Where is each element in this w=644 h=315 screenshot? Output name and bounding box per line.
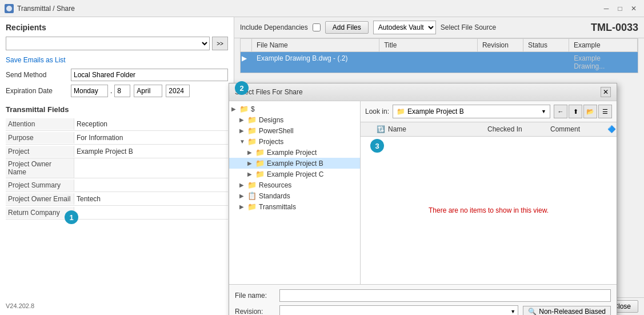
- tree-toggle-icon: ▶: [247, 171, 255, 177]
- folder-icon: 📁: [247, 181, 257, 189]
- field-row: PurposeFor Information: [6, 131, 228, 145]
- file-name-label: File name:: [235, 292, 275, 300]
- folder-icon: 📁: [247, 202, 257, 211]
- folder-icon: 📁: [247, 137, 257, 146]
- maximize-button[interactable]: □: [614, 3, 626, 14]
- dropdown-arrow-icon: ▼: [541, 109, 546, 114]
- tree-item[interactable]: ▶📁$: [229, 103, 360, 114]
- dialog-close-button[interactable]: ✕: [601, 87, 611, 97]
- tree-toggle-icon: ▶: [231, 106, 239, 112]
- tree-label: Example Project: [267, 149, 317, 157]
- file-name-input[interactable]: [279, 289, 611, 302]
- close-button[interactable]: ✕: [628, 3, 639, 14]
- look-in-label: Look in:: [365, 107, 389, 115]
- field-label: Project Owner Email: [6, 193, 74, 205]
- svg-point-0: [6, 6, 12, 11]
- tree-label: Example Project B: [267, 160, 323, 168]
- col-example: Example: [569, 39, 638, 51]
- file-list-header: 🔃 Name Checked In Comment 🔷: [361, 122, 617, 137]
- field-row: ProjectExample Project B: [6, 145, 228, 158]
- tree-label: Transmittals: [259, 203, 296, 211]
- expiration-date-row: Expiration Date .: [6, 85, 228, 97]
- transmittal-fields-header: Transmittal Fields: [6, 105, 228, 114]
- files-table-header: File Name Title Revision Status Example: [241, 39, 638, 52]
- field-row: Return Company: [6, 206, 228, 220]
- minimize-button[interactable]: ─: [601, 3, 612, 14]
- save-emails-link[interactable]: Save Emails as List: [6, 56, 228, 64]
- field-value: For Information: [74, 132, 228, 143]
- recipients-dropdown[interactable]: [6, 37, 210, 50]
- tree-item[interactable]: ▶📋Standards: [229, 190, 360, 201]
- nav-up-button[interactable]: ⬆: [569, 105, 582, 118]
- folder-icon: 📁: [255, 148, 265, 157]
- field-row: Project Owner Name: [6, 158, 228, 178]
- field-value: Tentech: [74, 193, 228, 205]
- date-year[interactable]: [166, 85, 190, 97]
- recipients-add-button[interactable]: >>: [212, 37, 228, 50]
- date-day-num[interactable]: [114, 85, 130, 97]
- col-name: Name: [383, 124, 483, 134]
- date-row: .: [71, 85, 190, 97]
- files-row[interactable]: ▶ Example Drawing B.dwg - (.2) Example D…: [241, 52, 638, 73]
- folder-icon: 📁: [247, 126, 257, 135]
- recipients-header: Recipients: [6, 23, 228, 32]
- include-dependencies-checkbox[interactable]: [313, 23, 321, 31]
- tree-item[interactable]: ▶📁Resources: [229, 180, 360, 190]
- tree-item[interactable]: ▶📁Transmittals: [229, 201, 360, 212]
- folder-icon: 📋: [247, 192, 257, 200]
- annotation-1: 1: [65, 210, 78, 224]
- dialog-bottom: File name: Revision: ▼ 🔍 Non-Released Bi…: [229, 284, 617, 315]
- send-method-input[interactable]: [71, 69, 228, 81]
- look-in-nav-btns: ← ⬆ 📂 ☰: [554, 105, 612, 118]
- row-title: [380, 52, 478, 73]
- source-dropdown[interactable]: Autodesk Vault Local: [373, 21, 436, 34]
- empty-message: There are no items to show in this view.: [429, 206, 549, 214]
- select-file-source-label: Select File Source: [441, 23, 496, 31]
- magnify-icon: 🔍: [528, 308, 537, 315]
- tree-item[interactable]: ▶📁PowerShell: [229, 125, 360, 136]
- tree-item[interactable]: ▶📁Example Project B: [229, 158, 360, 169]
- app-icon: [5, 4, 14, 13]
- nav-view-button[interactable]: ☰: [598, 105, 612, 118]
- revision-dropdown[interactable]: ▼: [279, 305, 518, 315]
- add-files-button[interactable]: Add Files: [325, 21, 369, 34]
- field-row: Project Summary: [6, 178, 228, 192]
- col-checked-in: Checked In: [483, 124, 546, 134]
- col-icon: 🔷: [603, 124, 617, 134]
- expiration-date-label: Expiration Date: [6, 87, 69, 95]
- folder-icon: 📁: [247, 115, 257, 124]
- date-month[interactable]: [134, 85, 162, 97]
- tree-label: $: [251, 105, 255, 113]
- field-row: Project Owner EmailTentech: [6, 192, 228, 206]
- tree-item[interactable]: ▶📁Designs: [229, 114, 360, 125]
- send-method-row: Send Method: [6, 69, 228, 81]
- tree-item[interactable]: ▶📁Example Project: [229, 147, 360, 158]
- revision-label: Revision:: [235, 308, 275, 315]
- window-controls: ─ □ ✕: [601, 3, 639, 14]
- row-file-name: Example Drawing B.dwg - (.2): [252, 52, 380, 73]
- non-released-button[interactable]: 🔍 Non-Released Biased: [523, 306, 611, 315]
- field-row: AttentionReception: [6, 117, 228, 131]
- file-list-pane: Look in: 📁 Example Project B ▼ ← ⬆ 📂 ☰: [361, 101, 617, 284]
- date-day-name[interactable]: [71, 85, 108, 97]
- nav-new-folder-button[interactable]: 📂: [583, 105, 597, 118]
- field-value: [74, 184, 228, 187]
- col-revision: Revision: [478, 39, 523, 51]
- look-in-dropdown[interactable]: 📁 Example Project B ▼: [393, 105, 550, 118]
- field-label: Project Summary: [6, 180, 74, 191]
- tree-item[interactable]: ▶📁Example Project C: [229, 169, 360, 180]
- dialog-body: ▶📁$▶📁Designs▶📁PowerShell▼📁Projects▶📁Exam…: [229, 101, 617, 284]
- version-text: V24.202.8: [6, 299, 228, 309]
- date-sep1: .: [109, 87, 113, 95]
- folder-tree: ▶📁$▶📁Designs▶📁PowerShell▼📁Projects▶📁Exam…: [229, 101, 361, 284]
- look-in-bar: Look in: 📁 Example Project B ▼ ← ⬆ 📂 ☰: [361, 101, 617, 122]
- tree-label: PowerShell: [259, 127, 294, 135]
- nav-back-button[interactable]: ←: [554, 105, 567, 118]
- revision-row: Revision: ▼ 🔍 Non-Released Biased: [235, 305, 611, 315]
- recipients-input-row: >>: [6, 37, 228, 50]
- field-value: [74, 211, 228, 214]
- title-bar: Transmittal / Share ─ □ ✕: [0, 0, 644, 17]
- tree-label: Resources: [259, 181, 291, 189]
- tree-item[interactable]: ▼📁Projects: [229, 136, 360, 147]
- main-window: Recipients >> Save Emails as List Send M…: [0, 17, 644, 315]
